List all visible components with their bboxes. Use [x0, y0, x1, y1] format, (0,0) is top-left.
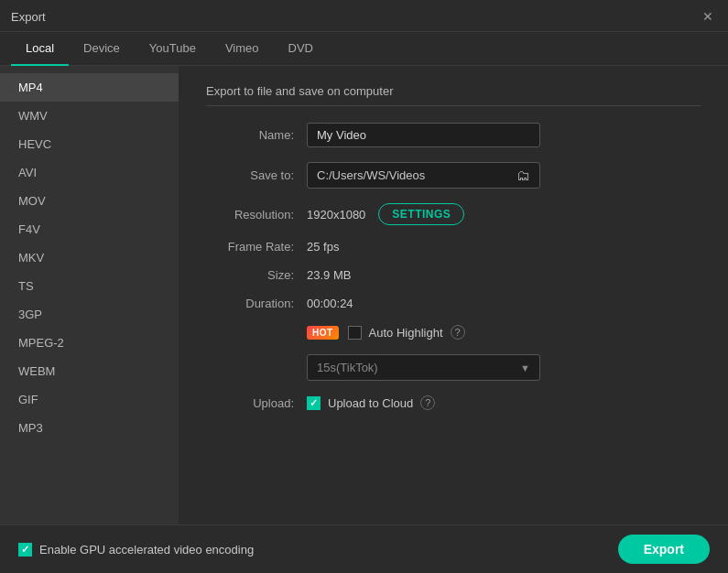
upload-help-icon[interactable]: ? — [420, 395, 435, 410]
close-button[interactable]: ✕ — [699, 7, 717, 26]
tab-vimeo[interactable]: Vimeo — [211, 32, 274, 66]
sidebar-item-mkv[interactable]: MKV — [0, 243, 179, 272]
sidebar-item-ts[interactable]: TS — [0, 272, 179, 300]
name-label: Name: — [206, 128, 307, 142]
folder-path: C:/Users/WS/Videos — [317, 168, 516, 182]
window-title: Export — [11, 10, 46, 24]
tab-youtube[interactable]: YouTube — [135, 32, 211, 66]
resolution-value: 1920x1080 — [307, 208, 365, 222]
sidebar-item-avi[interactable]: AVI — [0, 158, 179, 187]
tab-local[interactable]: Local — [11, 32, 69, 66]
auto-highlight-checkbox[interactable] — [348, 326, 362, 340]
upload-row: Upload: Upload to Cloud ? — [206, 395, 701, 410]
resolution-row: Resolution: 1920x1080 SETTINGS — [206, 203, 701, 225]
auto-highlight-label: Auto Highlight — [369, 326, 443, 340]
sidebar-item-mp4[interactable]: MP4 — [0, 73, 179, 102]
settings-button[interactable]: SETTINGS — [378, 203, 464, 225]
upload-container: Upload to Cloud ? — [307, 395, 435, 410]
gpu-checkbox[interactable] — [18, 543, 32, 557]
tiktok-dropdown-row: 15s(TikTok) ▼ — [307, 354, 701, 381]
tab-bar: Local Device YouTube Vimeo DVD — [0, 32, 728, 66]
sidebar-item-gif[interactable]: GIF — [0, 385, 179, 414]
bottom-bar: Enable GPU accelerated video encoding Ex… — [0, 524, 728, 573]
sidebar-item-mp3[interactable]: MP3 — [0, 414, 179, 442]
size-value: 23.9 MB — [307, 268, 351, 282]
name-row: Name: — [206, 123, 701, 147]
sidebar-item-hevc[interactable]: HEVC — [0, 130, 179, 158]
main-panel: Export to file and save on computer Name… — [179, 66, 728, 524]
upload-to-cloud-label: Upload to Cloud — [328, 396, 413, 410]
tiktok-dropdown[interactable]: 15s(TikTok) ▼ — [307, 354, 540, 381]
upload-label: Upload: — [206, 396, 307, 410]
tab-dvd[interactable]: DVD — [274, 32, 328, 66]
auto-highlight-container: Auto Highlight ? — [348, 325, 465, 340]
section-title: Export to file and save on computer — [206, 84, 701, 106]
save-to-label: Save to: — [206, 168, 307, 182]
save-to-row: Save to: C:/Users/WS/Videos 🗂 — [206, 162, 701, 189]
folder-row[interactable]: C:/Users/WS/Videos 🗂 — [307, 162, 540, 189]
format-sidebar: MP4 WMV HEVC AVI MOV F4V MKV TS 3GP MPEG… — [0, 66, 179, 524]
sidebar-item-f4v[interactable]: F4V — [0, 215, 179, 243]
auto-highlight-row: HOT Auto Highlight ? — [206, 325, 701, 340]
resolution-label: Resolution: — [206, 208, 307, 222]
duration-value: 00:00:24 — [307, 297, 353, 310]
frame-rate-value: 25 fps — [307, 240, 339, 254]
sidebar-item-3gp[interactable]: 3GP — [0, 300, 179, 329]
size-row: Size: 23.9 MB — [206, 268, 701, 282]
sidebar-item-webm[interactable]: WEBM — [0, 357, 179, 385]
tab-device[interactable]: Device — [69, 32, 135, 66]
duration-label: Duration: — [206, 297, 307, 310]
size-label: Size: — [206, 268, 307, 282]
frame-rate-label: Frame Rate: — [206, 240, 307, 254]
upload-checkbox[interactable] — [307, 396, 321, 410]
export-window: Export ✕ Local Device YouTube Vimeo DVD … — [0, 0, 728, 573]
name-input[interactable] — [307, 123, 540, 147]
export-button[interactable]: Export — [618, 535, 710, 564]
folder-icon[interactable]: 🗂 — [516, 168, 530, 183]
gpu-label: Enable GPU accelerated video encoding — [39, 543, 254, 557]
content-area: MP4 WMV HEVC AVI MOV F4V MKV TS 3GP MPEG… — [0, 66, 728, 524]
sidebar-item-mov[interactable]: MOV — [0, 187, 179, 215]
dropdown-value: 15s(TikTok) — [317, 361, 378, 374]
sidebar-item-mpeg2[interactable]: MPEG-2 — [0, 329, 179, 357]
sidebar-item-wmv[interactable]: WMV — [0, 102, 179, 130]
frame-rate-row: Frame Rate: 25 fps — [206, 240, 701, 254]
auto-highlight-help-icon[interactable]: ? — [451, 325, 465, 340]
dropdown-arrow-icon: ▼ — [520, 362, 530, 373]
gpu-row: Enable GPU accelerated video encoding — [18, 543, 254, 557]
hot-badge: HOT — [307, 326, 339, 340]
duration-row: Duration: 00:00:24 — [206, 297, 701, 310]
title-bar: Export ✕ — [0, 0, 728, 32]
